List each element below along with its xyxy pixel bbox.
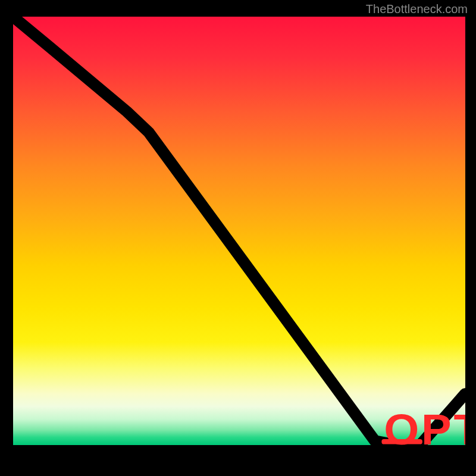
bottleneck-curve-svg: OPTIMUM bbox=[13, 17, 465, 445]
optimum-marker-label: OPTIMUM bbox=[384, 406, 465, 445]
optimum-marker: OPTIMUM bbox=[381, 406, 465, 445]
watermark-text: TheBottleneck.com bbox=[366, 2, 468, 16]
chart-plot-area: OPTIMUM bbox=[13, 17, 465, 445]
bottleneck-curve bbox=[13, 17, 465, 445]
